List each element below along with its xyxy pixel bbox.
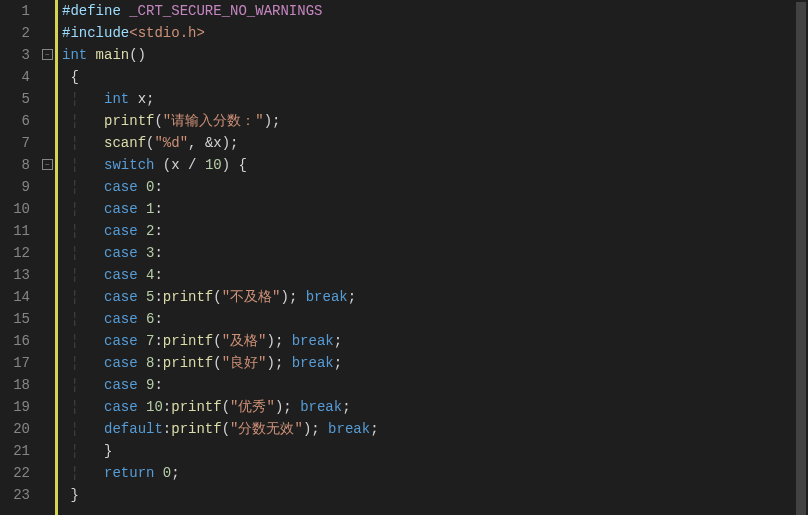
punct-token: ;	[311, 421, 328, 437]
paren-token: (	[163, 157, 171, 173]
code-line[interactable]: ¦ int x;	[62, 88, 808, 110]
punct-token: :	[154, 289, 162, 305]
punct-token: :	[154, 355, 162, 371]
line-number: 22	[0, 462, 30, 484]
code-line[interactable]: ¦ case 1:	[62, 198, 808, 220]
keyword-token: case	[104, 223, 146, 239]
code-line[interactable]: ¦ switch (x / 10) {	[62, 154, 808, 176]
code-editor[interactable]: 1234567891011121314151617181920212223 −−…	[0, 0, 808, 515]
keyword-token: case	[104, 311, 146, 327]
paren-token: (	[154, 113, 162, 129]
indent-guide: ¦	[70, 113, 78, 129]
punct-token: ;	[275, 333, 292, 349]
code-line[interactable]: #include<stdio.h>	[62, 22, 808, 44]
code-area[interactable]: #define _CRT_SECURE_NO_WARNINGS #include…	[58, 0, 808, 515]
punct-token: ;	[334, 333, 342, 349]
code-line[interactable]: ¦ }	[62, 440, 808, 462]
code-line[interactable]: ¦ return 0;	[62, 462, 808, 484]
punct-token: ;	[342, 399, 350, 415]
punct-token: ;	[283, 399, 300, 415]
string-token: "%d"	[154, 135, 188, 151]
function-token: printf	[104, 113, 154, 129]
punct-token: ;	[275, 355, 292, 371]
function-token: printf	[163, 355, 213, 371]
line-number: 15	[0, 308, 30, 330]
keyword-token: default	[104, 421, 163, 437]
code-line[interactable]: ¦ case 9:	[62, 374, 808, 396]
keyword-token: break	[292, 333, 334, 349]
function-token: printf	[163, 289, 213, 305]
punct-token: :	[154, 333, 162, 349]
number-token: 10	[146, 399, 163, 415]
code-line[interactable]: ¦ case 7:printf("及格"); break;	[62, 330, 808, 352]
indent-guide: ¦	[70, 333, 78, 349]
number-token: 10	[205, 157, 222, 173]
variable-token: x	[213, 135, 221, 151]
punct-token: :	[154, 311, 162, 327]
operator-token: /	[188, 157, 205, 173]
code-line[interactable]: ¦ case 10:printf("优秀"); break;	[62, 396, 808, 418]
paren-token: (	[222, 421, 230, 437]
line-number: 11	[0, 220, 30, 242]
function-token: main	[96, 47, 130, 63]
keyword-token: break	[292, 355, 334, 371]
vertical-scrollbar[interactable]	[794, 0, 808, 515]
code-line[interactable]: ¦ default:printf("分数无效"); break;	[62, 418, 808, 440]
keyword-token: return	[104, 465, 163, 481]
string-token: "不及格"	[222, 289, 281, 305]
keyword-token: case	[104, 333, 146, 349]
paren-token: (	[213, 333, 221, 349]
paren-token: )	[222, 157, 239, 173]
brace-token: {	[70, 69, 78, 85]
code-line[interactable]: ¦ case 6:	[62, 308, 808, 330]
fold-toggle-icon[interactable]: −	[42, 159, 53, 170]
line-number: 19	[0, 396, 30, 418]
indent-guide: ¦	[70, 223, 78, 239]
code-line[interactable]: int main()	[62, 44, 808, 66]
indent-guide: ¦	[70, 443, 78, 459]
code-line[interactable]: ¦ scanf("%d", &x);	[62, 132, 808, 154]
code-line[interactable]: ¦ case 8:printf("良好"); break;	[62, 352, 808, 374]
keyword-token: case	[104, 201, 146, 217]
paren-token: (	[222, 399, 230, 415]
string-token: "优秀"	[230, 399, 275, 415]
code-line[interactable]: {	[62, 66, 808, 88]
scrollbar-thumb[interactable]	[796, 2, 806, 515]
paren-token: )	[222, 135, 230, 151]
indent-guide: ¦	[70, 421, 78, 437]
fold-column[interactable]: −−	[40, 0, 58, 515]
code-line[interactable]: ¦ case 0:	[62, 176, 808, 198]
paren-token: ()	[129, 47, 146, 63]
indent-guide: ¦	[70, 179, 78, 195]
brace-token: {	[239, 157, 247, 173]
punct-token: :	[154, 179, 162, 195]
paren-token: )	[281, 289, 289, 305]
header-token: stdio.h	[138, 25, 197, 41]
variable-token: x	[171, 157, 188, 173]
fold-toggle-icon[interactable]: −	[42, 49, 53, 60]
line-number: 17	[0, 352, 30, 374]
indent-guide: ¦	[70, 267, 78, 283]
indent-guide: ¦	[70, 201, 78, 217]
code-line[interactable]: ¦ case 3:	[62, 242, 808, 264]
code-line[interactable]: }	[62, 484, 808, 506]
code-line[interactable]: ¦ printf("请输入分数：");	[62, 110, 808, 132]
code-line[interactable]: ¦ case 5:printf("不及格"); break;	[62, 286, 808, 308]
function-token: printf	[163, 333, 213, 349]
punct-token: ,	[188, 135, 205, 151]
function-token: scanf	[104, 135, 146, 151]
punct-token: ;	[146, 91, 154, 107]
punct-token: :	[154, 267, 162, 283]
punct-token: ;	[272, 113, 280, 129]
paren-token: )	[267, 355, 275, 371]
type-token: int	[104, 91, 138, 107]
code-line[interactable]: #define _CRT_SECURE_NO_WARNINGS	[62, 0, 808, 22]
line-number: 23	[0, 484, 30, 506]
code-line[interactable]: ¦ case 2:	[62, 220, 808, 242]
punct-token: ;	[334, 355, 342, 371]
keyword-token: case	[104, 355, 146, 371]
punct-token: :	[154, 245, 162, 261]
line-number: 9	[0, 176, 30, 198]
code-line[interactable]: ¦ case 4:	[62, 264, 808, 286]
line-number: 5	[0, 88, 30, 110]
